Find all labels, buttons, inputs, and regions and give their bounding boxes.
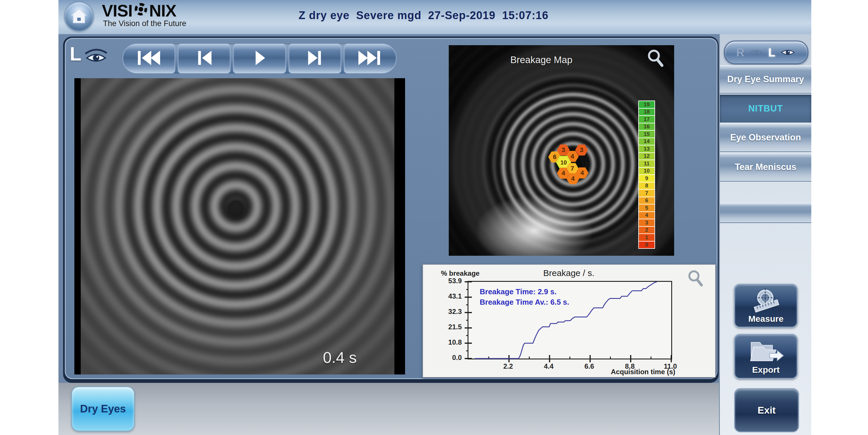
- y-tick-label: 21.5: [437, 323, 462, 331]
- dry-eyes-label: Dry Eyes: [80, 403, 126, 415]
- eye-toggle[interactable]: R L: [724, 40, 808, 64]
- breakage-map-panel: Breakage Map 191817161514131211109876543…: [449, 45, 674, 256]
- scale-cell-1: 1: [639, 234, 654, 241]
- eye-toggle-left[interactable]: L: [768, 46, 775, 59]
- scale-cell-19: 19: [639, 101, 654, 108]
- scale-cell-18: 18: [639, 109, 654, 116]
- video-frame: 0.4 s: [74, 78, 405, 374]
- x-tick-label: 11.0: [657, 362, 683, 370]
- scale-cell-0: 0: [639, 241, 654, 249]
- brand-tagline: The Vision of the Future: [103, 19, 186, 28]
- sidebar-item-tear-meniscus[interactable]: Tear Meniscus: [720, 153, 811, 182]
- placido-image: 0.4 s: [81, 78, 394, 374]
- next-button[interactable]: [288, 44, 341, 74]
- last-button[interactable]: [344, 44, 397, 74]
- right-eye-icon: [748, 47, 764, 58]
- x-tick-label: 4.4: [535, 362, 562, 370]
- scale-cell-8: 8: [639, 182, 654, 190]
- left-eye-icon: [779, 47, 796, 58]
- screen: VISI NIX The Vision of the Future Z dry …: [0, 0, 868, 435]
- previous-button[interactable]: [178, 44, 230, 74]
- x-tick-label: 6.6: [576, 362, 602, 370]
- skip-first-icon: [135, 50, 163, 67]
- app-window: VISI NIX The Vision of the Future Z dry …: [58, 0, 811, 435]
- scale-cell-10: 10: [639, 168, 654, 175]
- export-label: Export: [752, 365, 779, 375]
- home-icon: [71, 8, 87, 25]
- scale-cell-11: 11: [639, 160, 654, 167]
- bottom-bar: Dry Eyes: [58, 383, 719, 435]
- scale-cell-17: 17: [639, 116, 654, 123]
- home-button[interactable]: [64, 2, 94, 31]
- breakage-color-scale: 191817161514131211109876543210: [638, 100, 655, 249]
- measure-label: Measure: [748, 314, 783, 324]
- eye-side-label: L: [70, 43, 81, 65]
- export-icon: [747, 338, 785, 365]
- eye-icon: [84, 47, 108, 64]
- step-back-icon: [190, 50, 218, 67]
- scale-cell-9: 9: [639, 175, 654, 182]
- dry-eyes-button[interactable]: Dry Eyes: [71, 386, 135, 432]
- brand-eye-icon: [133, 2, 148, 20]
- scale-cell-2: 2: [639, 227, 654, 234]
- x-tick-label: 8.8: [617, 362, 643, 370]
- breakage-time-avg-annotation: Breakage Time Av.: 6.5 s.: [480, 298, 569, 307]
- eye-side-indicator: L: [70, 43, 108, 65]
- breakage-map-title: Breakage Map: [492, 54, 591, 65]
- y-tick-label: 10.8: [437, 338, 462, 346]
- exam-title: Z dry eye Severe mgd 27-Sep-2019 15:07:1…: [299, 9, 646, 22]
- chart-y-axis-label: % breakage: [441, 269, 479, 278]
- sidebar: R L Dry Eye SummaryNITBUTEye Observation…: [720, 34, 811, 435]
- scale-cell-13: 13: [639, 145, 654, 152]
- y-tick-label: 32.3: [437, 308, 462, 316]
- placido-shading: [81, 78, 394, 374]
- frame-timestamp: 0.4 s: [323, 348, 357, 366]
- exit-button[interactable]: Exit: [734, 388, 799, 432]
- export-button[interactable]: Export: [734, 334, 798, 379]
- measure-icon: [748, 288, 783, 314]
- eye-toggle-right[interactable]: R: [736, 46, 744, 59]
- chart-title: Breakage / s.: [525, 268, 612, 278]
- main-panel: L 0.4 s: [65, 38, 717, 379]
- play-icon: [246, 50, 273, 67]
- play-button[interactable]: [233, 44, 286, 74]
- first-button[interactable]: [122, 44, 175, 74]
- scale-cell-14: 14: [639, 138, 654, 145]
- exit-label: Exit: [757, 405, 775, 416]
- scale-cell-15: 15: [639, 130, 654, 138]
- step-forward-icon: [301, 50, 329, 67]
- y-tick-label: 43.1: [437, 292, 462, 300]
- main-panel-frame: L 0.4 s: [63, 36, 719, 383]
- sidebar-item-blank: [720, 203, 811, 223]
- brand-suffix: NIX: [149, 2, 177, 20]
- header: VISI NIX The Vision of the Future Z dry …: [58, 0, 811, 35]
- playback-bar: [122, 44, 397, 74]
- scale-cell-5: 5: [639, 204, 654, 211]
- y-tick-label: 0.0: [437, 354, 462, 362]
- breakage-chart-panel: % breakage Breakage / s. Breakage Time: …: [423, 264, 716, 378]
- brand-prefix: VISI: [102, 2, 132, 20]
- sidebar-item-eye-observation[interactable]: Eye Observation: [720, 123, 811, 152]
- scale-cell-6: 6: [639, 197, 654, 204]
- y-tick-label: 53.9: [437, 277, 462, 285]
- x-tick-label: 2.2: [495, 362, 521, 370]
- zoom-map-button[interactable]: [646, 49, 664, 69]
- sidebar-item-nitbut[interactable]: NITBUT: [720, 95, 811, 122]
- scale-cell-3: 3: [639, 219, 654, 226]
- skip-last-icon: [356, 50, 384, 67]
- brand-logo: VISI NIX The Vision of the Future: [102, 2, 186, 28]
- scale-cell-7: 7: [639, 190, 654, 197]
- scale-cell-4: 4: [639, 212, 654, 219]
- sidebar-item-dry-eye-summary[interactable]: Dry Eye Summary: [720, 65, 811, 93]
- scale-cell-12: 12: [639, 153, 654, 160]
- zoom-chart-button[interactable]: [687, 269, 704, 288]
- scale-cell-16: 16: [639, 123, 654, 130]
- breakage-time-annotation: Breakage Time: 2.9 s.: [480, 287, 556, 296]
- measure-button[interactable]: Measure: [734, 284, 798, 327]
